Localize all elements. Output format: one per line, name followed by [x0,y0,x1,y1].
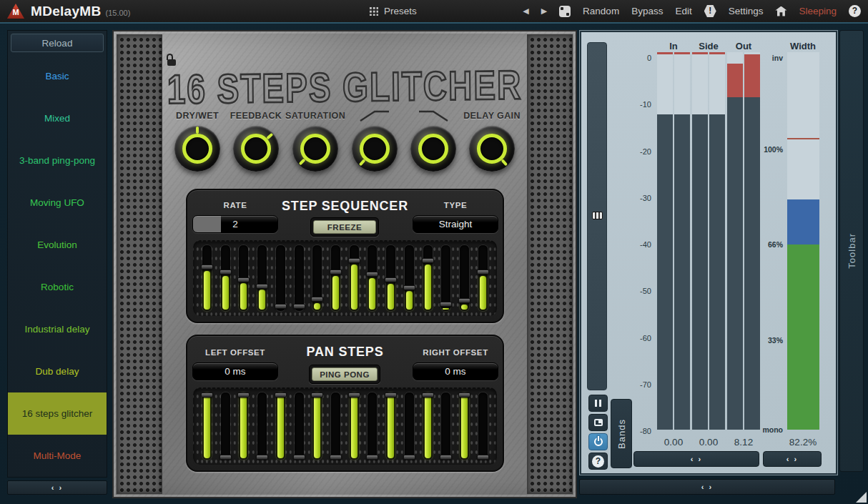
warning-icon[interactable]: ! [704,5,716,17]
pan-step-3[interactable] [239,392,248,460]
sidebar-item-multi-mode[interactable]: Multi-Mode [8,435,107,477]
previous-preset-button[interactable]: ◀ [523,6,528,16]
pan-step-14[interactable] [441,392,450,460]
meter-bar-side [709,52,725,430]
sidebar-item-3-band-ping-pong[interactable]: 3-band ping-pong [8,139,107,182]
seq-step-3[interactable] [239,245,248,311]
left-offset-label: LEFT OFFSET [192,348,278,357]
sidebar-item-mixed[interactable]: Mixed [8,97,107,139]
db-tick: -40 [580,240,651,249]
seq-step-9[interactable] [350,245,359,311]
pause-button[interactable] [588,395,608,412]
knob-label-feedback: FEEDBACK [230,108,282,124]
melda-logo-icon[interactable]: M [7,4,24,19]
presets-button[interactable]: Presets [384,6,417,16]
pan-step-16[interactable] [478,392,488,460]
ping-pong-toggle[interactable]: PING PONG [309,365,380,384]
knob-filter-high[interactable] [352,126,398,172]
pan-step-9[interactable] [350,392,359,460]
meter-scrollbar-left[interactable]: ‹ › [633,451,759,467]
pan-step-1[interactable] [202,392,212,460]
pan-step-5[interactable] [276,392,285,460]
mdelaymb-window: M MDelayMB (15.00) Presets ◀ ▶ Random By… [0,0,868,504]
seq-step-16[interactable] [478,245,488,311]
pan-step-11[interactable] [386,392,395,460]
random-button[interactable]: Random [583,6,619,16]
seq-step-10[interactable] [368,245,377,311]
seq-step-11[interactable] [386,245,395,311]
seq-step-5[interactable] [276,245,285,311]
pan-step-4[interactable] [257,392,267,460]
sidebar-scrollbar[interactable]: ‹ › [7,480,107,495]
preset-sidebar: Reload BasicMixed3-band ping-pongMoving … [7,30,107,478]
right-offset-value[interactable]: 0 ms [413,362,498,380]
sidebar-item-basic[interactable]: Basic [8,55,107,97]
seq-step-1[interactable] [202,245,212,311]
seq-step-15[interactable] [460,245,469,311]
seq-step-7[interactable] [312,245,322,311]
pan-sliders [193,387,497,465]
pan-step-6[interactable] [295,392,304,460]
seq-step-13[interactable] [423,245,433,311]
seq-step-6[interactable] [295,245,304,311]
meter-bar-in [657,52,673,430]
knob-dry-wet[interactable] [174,126,220,172]
edit-button[interactable]: Edit [675,6,691,16]
sidebar-item-evolution[interactable]: Evolution [8,224,107,266]
help-icon[interactable]: ? [849,5,861,17]
plugin-title: MDelayMB [31,4,101,19]
knob-pointer [501,159,508,166]
knob-cell-delay-gain: DELAY GAIN [463,108,521,187]
pan-step-12[interactable] [405,392,414,460]
next-preset-button[interactable]: ▶ [541,6,547,16]
fit-view-button[interactable] [588,414,608,431]
knob-delay-gain[interactable] [469,126,515,172]
sidebar-item-moving-ufo[interactable]: Moving UFO [8,182,107,224]
power-icon [594,438,603,446]
bypass-button[interactable]: Bypass [631,6,663,16]
type-dropdown[interactable]: Straight [413,215,498,233]
seq-step-14[interactable] [441,245,450,311]
width-label-mono: mono [762,425,783,434]
knob-feedback[interactable] [233,126,279,172]
sidebar-item-industrial-delay[interactable]: Industrial delay [8,308,107,350]
seq-step-12[interactable] [405,245,414,311]
freeze-toggle[interactable]: FREEZE [310,217,379,237]
pan-step-2[interactable] [221,392,230,460]
sidebar-item-16-steps-glitcher[interactable]: 16 steps glitcher [8,392,107,435]
knob-saturation[interactable] [292,126,338,172]
seq-step-8[interactable] [331,245,340,311]
meter-scrollbar-right[interactable]: ‹ › [763,451,822,467]
knob-ring [418,134,448,164]
sleeping-status[interactable]: Sleeping [799,6,837,16]
knob-cell-saturation: SATURATION [285,108,345,187]
pan-step-15[interactable] [460,392,469,460]
reload-button[interactable]: Reload [11,34,104,52]
pan-step-7[interactable] [312,392,322,460]
randomize-dice-icon[interactable] [559,6,571,17]
rate-value[interactable]: 2 [192,215,278,233]
width-label-inv: inv [772,54,783,62]
question-icon: ? [592,455,604,468]
power-button[interactable] [588,433,608,450]
seq-step-4[interactable] [257,245,267,311]
home-icon[interactable] [775,6,786,16]
left-offset-value[interactable]: 0 ms [192,362,278,380]
bottom-scrollbar[interactable]: ‹ › [579,479,835,495]
resize-grip[interactable] [856,492,867,503]
meter-help-button[interactable]: ? [588,453,608,470]
sidebar-item-dub-delay[interactable]: Dub delay [8,350,107,392]
knob-filter-low[interactable] [410,126,456,172]
lock-open-icon[interactable] [167,54,177,66]
pan-step-13[interactable] [423,392,433,460]
pan-step-8[interactable] [331,392,340,460]
topbar: M MDelayMB (15.00) Presets ◀ ▶ Random By… [0,0,868,24]
sidebar-item-robotic[interactable]: Robotic [8,266,107,308]
settings-button[interactable]: Settings [729,6,764,16]
toolbar-strip[interactable]: Toolbar [839,30,864,472]
seq-step-2[interactable] [221,245,230,311]
db-tick: -70 [580,380,651,389]
glitcher-pedal-panel: 16 STEPS GLITCHER DRY/WETFEEDBACKSATURAT… [112,30,577,498]
pan-step-10[interactable] [368,392,377,460]
bands-button[interactable]: Bands [611,399,632,468]
